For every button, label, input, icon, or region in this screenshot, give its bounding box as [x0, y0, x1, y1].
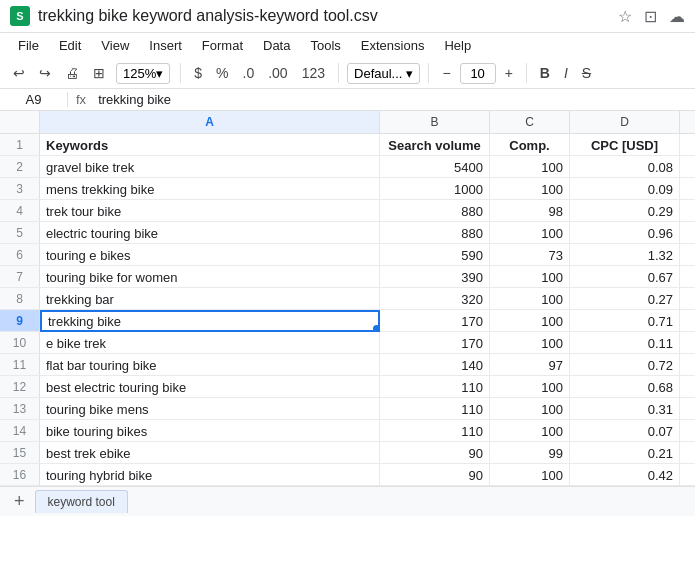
cell-d[interactable]: 0.72 [570, 354, 680, 376]
col-a-header[interactable]: A [40, 111, 380, 133]
table-row[interactable]: 2gravel bike trek54001000.08 [0, 156, 695, 178]
table-row[interactable]: 12best electric touring bike1101000.68 [0, 376, 695, 398]
menu-tools[interactable]: Tools [302, 35, 348, 56]
cell-b[interactable]: 590 [380, 244, 490, 266]
cell-a[interactable]: gravel bike trek [40, 156, 380, 178]
redo-button[interactable]: ↪ [34, 62, 56, 84]
cell-b[interactable]: 90 [380, 442, 490, 464]
cell-d[interactable]: 0.11 [570, 332, 680, 354]
cell-a[interactable]: trek tour bike [40, 200, 380, 222]
menu-edit[interactable]: Edit [51, 35, 89, 56]
menu-format[interactable]: Format [194, 35, 251, 56]
cell-d[interactable]: 0.96 [570, 222, 680, 244]
cell-d[interactable]: CPC [USD] [570, 134, 680, 156]
bold-button[interactable]: B [535, 62, 555, 84]
cell-c[interactable]: 100 [490, 288, 570, 310]
italic-button[interactable]: I [559, 62, 573, 84]
cell-c[interactable]: 100 [490, 398, 570, 420]
cell-b[interactable]: 110 [380, 398, 490, 420]
cell-b[interactable]: 170 [380, 332, 490, 354]
cell-d[interactable]: 0.68 [570, 376, 680, 398]
cell-a[interactable]: best trek ebike [40, 442, 380, 464]
cell-a[interactable]: touring bike mens [40, 398, 380, 420]
cell-c[interactable]: 100 [490, 332, 570, 354]
cell-b[interactable]: Search volume [380, 134, 490, 156]
table-row[interactable]: 3mens trekking bike10001000.09 [0, 178, 695, 200]
table-row[interactable]: 6touring e bikes590731.32 [0, 244, 695, 266]
table-row[interactable]: 4trek tour bike880980.29 [0, 200, 695, 222]
sheet-tab[interactable]: keyword tool [35, 490, 128, 513]
table-row[interactable]: 1KeywordsSearch volumeComp.CPC [USD] [0, 134, 695, 156]
cell-b[interactable]: 880 [380, 200, 490, 222]
num123-button[interactable]: 123 [297, 62, 330, 84]
cell-a[interactable]: best electric touring bike [40, 376, 380, 398]
decimal2-button[interactable]: .00 [263, 62, 292, 84]
cell-b[interactable]: 110 [380, 420, 490, 442]
undo-button[interactable]: ↩ [8, 62, 30, 84]
font-selector[interactable]: Defaul... ▾ [347, 63, 420, 84]
cell-c[interactable]: 100 [490, 156, 570, 178]
cell-c[interactable]: 100 [490, 464, 570, 486]
cell-d[interactable]: 0.29 [570, 200, 680, 222]
col-c-header[interactable]: C [490, 111, 570, 133]
table-row[interactable]: 7touring bike for women3901000.67 [0, 266, 695, 288]
menu-data[interactable]: Data [255, 35, 298, 56]
cell-c[interactable]: Comp. [490, 134, 570, 156]
cell-d[interactable]: 1.32 [570, 244, 680, 266]
cell-d[interactable]: 0.27 [570, 288, 680, 310]
cell-c[interactable]: 99 [490, 442, 570, 464]
font-size-minus-button[interactable]: − [437, 62, 455, 84]
table-row[interactable]: 8trekking bar3201000.27 [0, 288, 695, 310]
cell-b[interactable]: 90 [380, 464, 490, 486]
folder-icon[interactable]: ⊡ [644, 7, 657, 26]
cell-c[interactable]: 100 [490, 310, 570, 332]
menu-help[interactable]: Help [436, 35, 479, 56]
cell-b[interactable]: 1000 [380, 178, 490, 200]
table-row[interactable]: 15best trek ebike90990.21 [0, 442, 695, 464]
col-b-header[interactable]: B [380, 111, 490, 133]
cell-b[interactable]: 390 [380, 266, 490, 288]
cell-reference[interactable]: A9 [8, 92, 68, 107]
cell-d[interactable]: 0.09 [570, 178, 680, 200]
cell-b[interactable]: 140 [380, 354, 490, 376]
col-d-header[interactable]: D [570, 111, 680, 133]
cell-d[interactable]: 0.42 [570, 464, 680, 486]
cell-d[interactable]: 0.21 [570, 442, 680, 464]
table-row[interactable]: 10e bike trek1701000.11 [0, 332, 695, 354]
cell-b[interactable]: 320 [380, 288, 490, 310]
menu-file[interactable]: File [10, 35, 47, 56]
cell-c[interactable]: 97 [490, 354, 570, 376]
cell-c[interactable]: 100 [490, 376, 570, 398]
cell-a[interactable]: Keywords [40, 134, 380, 156]
table-row[interactable]: 9trekking bike1701000.71 [0, 310, 695, 332]
font-size-display[interactable]: 10 [460, 63, 496, 84]
cell-b[interactable]: 170 [380, 310, 490, 332]
cell-a[interactable]: mens trekking bike [40, 178, 380, 200]
strikethrough-button[interactable]: S [577, 62, 596, 84]
cell-d[interactable]: 0.07 [570, 420, 680, 442]
cell-a[interactable]: electric touring bike [40, 222, 380, 244]
cell-b[interactable]: 880 [380, 222, 490, 244]
table-row[interactable]: 5electric touring bike8801000.96 [0, 222, 695, 244]
table-row[interactable]: 13touring bike mens1101000.31 [0, 398, 695, 420]
print-button[interactable]: 🖨 [60, 62, 84, 84]
cell-b[interactable]: 5400 [380, 156, 490, 178]
cell-c[interactable]: 98 [490, 200, 570, 222]
star-icon[interactable]: ☆ [618, 7, 632, 26]
cell-d[interactable]: 0.08 [570, 156, 680, 178]
zoom-control[interactable]: 125% ▾ [116, 63, 170, 84]
cell-c[interactable]: 73 [490, 244, 570, 266]
menu-insert[interactable]: Insert [141, 35, 190, 56]
font-size-plus-button[interactable]: + [500, 62, 518, 84]
cell-d[interactable]: 0.67 [570, 266, 680, 288]
menu-view[interactable]: View [93, 35, 137, 56]
menu-extensions[interactable]: Extensions [353, 35, 433, 56]
cloud-icon[interactable]: ☁ [669, 7, 685, 26]
cell-a[interactable]: flat bar touring bike [40, 354, 380, 376]
cell-c[interactable]: 100 [490, 178, 570, 200]
cell-c[interactable]: 100 [490, 266, 570, 288]
table-row[interactable]: 14bike touring bikes1101000.07 [0, 420, 695, 442]
cell-c[interactable]: 100 [490, 420, 570, 442]
decimal1-button[interactable]: .0 [238, 62, 260, 84]
cell-d[interactable]: 0.71 [570, 310, 680, 332]
